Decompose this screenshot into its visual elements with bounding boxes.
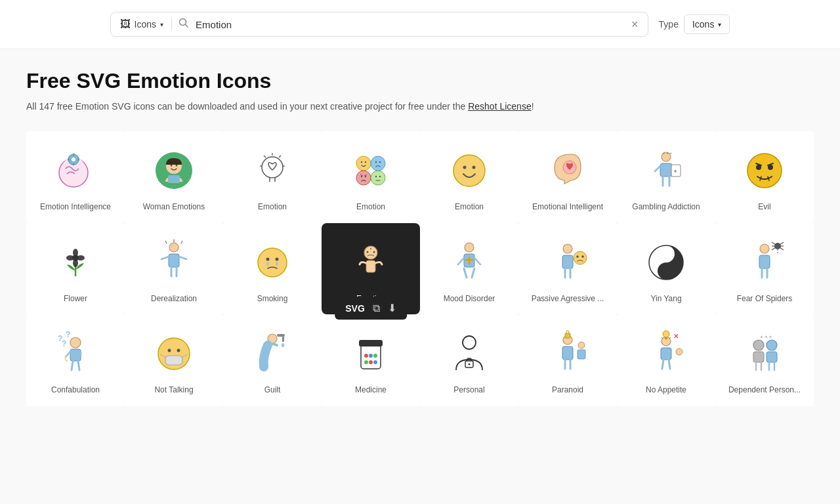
icon-paranoid bbox=[544, 330, 591, 377]
svg-rect-6 bbox=[73, 154, 75, 156]
svg-point-25 bbox=[365, 161, 366, 163]
svg-rect-122 bbox=[165, 356, 182, 365]
copy-icon[interactable]: ⧉ bbox=[373, 303, 380, 314]
type-dropdown[interactable]: Icons ▾ bbox=[684, 14, 730, 34]
svg-text:+ + +: + + + bbox=[760, 334, 772, 340]
svg-rect-64 bbox=[169, 254, 179, 267]
svg-point-133 bbox=[364, 354, 368, 358]
icon-cell-woman-emotions[interactable]: Woman Emotions bbox=[125, 131, 223, 223]
svg-point-158 bbox=[676, 348, 682, 355]
type-icon: 🖼 bbox=[120, 18, 131, 30]
svg-point-76 bbox=[276, 262, 278, 266]
icon-cell-emotion-3[interactable]: Emotion bbox=[420, 131, 518, 223]
icon-cell-personal[interactable]: Personal bbox=[420, 314, 518, 406]
reshot-link[interactable]: Reshot License bbox=[468, 101, 532, 112]
icon-label-yin-yang: Yin Yang bbox=[650, 294, 681, 304]
icon-label-flower: Flower bbox=[64, 294, 87, 304]
icon-cell-gambling-addiction[interactable]: ♠ + + + Gambling Addiction bbox=[617, 131, 715, 223]
svg-text:?: ? bbox=[66, 330, 70, 339]
icons-grid-row2: Flower bbox=[26, 223, 814, 315]
svg-line-86 bbox=[464, 268, 467, 278]
icon-cell-emotion-intelligence[interactable]: Emotion Intelligence bbox=[26, 131, 125, 223]
icon-cell-fear-of-spiders[interactable]: Fear Of Spiders bbox=[715, 223, 814, 315]
svg-rect-9 bbox=[77, 159, 79, 161]
icon-label-woman-emotions: Woman Emotions bbox=[143, 202, 205, 213]
svg-line-87 bbox=[472, 268, 474, 278]
page-title: Free SVG Emotion Icons bbox=[26, 69, 814, 93]
svg-point-35 bbox=[375, 176, 377, 177]
svg-point-147 bbox=[578, 342, 585, 348]
svg-line-108 bbox=[780, 242, 784, 245]
download-icon[interactable]: ⬇ bbox=[388, 302, 396, 314]
icon-cell-emotion-1[interactable]: Emotion bbox=[223, 131, 322, 223]
icon-cell-guilt[interactable]: Guilt bbox=[223, 314, 322, 406]
type-label: Icons bbox=[135, 19, 156, 30]
icon-cell-confabulation[interactable]: ? ? ? Confabulation bbox=[26, 314, 125, 406]
svg-line-156 bbox=[662, 337, 663, 339]
svg-rect-7 bbox=[73, 163, 75, 165]
icon-cell-emotion-active[interactable]: Emotion SVG ⧉ ⬇ bbox=[322, 223, 420, 315]
search-input[interactable]: Emotion bbox=[196, 19, 625, 30]
svg-rect-154 bbox=[665, 337, 667, 339]
svg-line-89 bbox=[474, 258, 480, 264]
svg-point-80 bbox=[370, 248, 371, 249]
icon-cell-passive-agressive[interactable]: Passive Agressive ... bbox=[518, 223, 617, 315]
svg-line-157 bbox=[669, 337, 671, 339]
icon-fear-of-spiders bbox=[741, 239, 788, 286]
icon-label-dependent-person: Dependent Person... bbox=[728, 385, 801, 396]
icon-not-talking bbox=[150, 330, 198, 377]
svg-point-153 bbox=[663, 331, 669, 337]
icon-cell-flower[interactable]: Flower bbox=[26, 223, 125, 315]
icon-cell-emotional-intelligent[interactable]: Emotional Intelligent bbox=[518, 131, 617, 223]
page-subtitle: All 147 free Emotion SVG icons can be do… bbox=[26, 101, 814, 112]
chevron-down-icon: ▾ bbox=[160, 21, 163, 28]
icon-cell-not-talking[interactable]: Not Talking bbox=[125, 314, 223, 406]
icon-gambling-addiction: ♠ + + + bbox=[642, 147, 690, 194]
icon-cell-evil[interactable]: Evil bbox=[715, 131, 814, 223]
svg-rect-132 bbox=[359, 340, 383, 346]
svg-line-110 bbox=[780, 247, 784, 250]
svg-point-95 bbox=[576, 255, 579, 258]
svg-point-29 bbox=[356, 171, 371, 185]
icon-cell-paranoid[interactable]: Paranoid bbox=[518, 314, 617, 406]
svg-point-134 bbox=[369, 354, 373, 358]
svg-point-23 bbox=[356, 156, 371, 171]
icon-cell-smoking[interactable]: Smoking bbox=[223, 223, 322, 315]
svg-rect-43 bbox=[660, 163, 672, 177]
svg-line-71 bbox=[181, 241, 182, 243]
icon-cell-mood-disorder[interactable]: Mood Disorder bbox=[420, 223, 518, 315]
svg-line-114 bbox=[66, 352, 70, 357]
svg-point-72 bbox=[258, 248, 287, 277]
icon-label-no-appetite: No Appetite bbox=[646, 385, 686, 396]
type-section: Type Icons ▾ bbox=[659, 14, 730, 34]
svg-rect-8 bbox=[68, 159, 70, 161]
svg-rect-148 bbox=[578, 350, 585, 359]
icon-label-emotion-intelligence: Emotion Intelligence bbox=[40, 202, 111, 213]
svg-point-137 bbox=[369, 360, 373, 364]
svg-point-126 bbox=[177, 349, 180, 352]
icon-label-emotion-2: Emotion bbox=[356, 202, 385, 213]
icon-label-emotion-1: Emotion bbox=[258, 202, 287, 213]
svg-line-65 bbox=[161, 257, 169, 259]
svg-point-79 bbox=[373, 251, 375, 253]
icon-emotion-intelligence bbox=[52, 147, 99, 194]
svg-point-5 bbox=[71, 157, 76, 162]
icon-cell-medicine[interactable]: Medicine bbox=[322, 314, 420, 406]
icon-cell-no-appetite[interactable]: ✕ No Appetite bbox=[617, 314, 715, 406]
type-select-button[interactable]: 🖼 Icons ▾ bbox=[120, 18, 172, 30]
svg-rect-101 bbox=[759, 255, 770, 268]
icon-cell-dependent-person[interactable]: + + + Dependent Person... bbox=[715, 314, 814, 406]
svg-point-82 bbox=[465, 243, 474, 252]
svg-point-135 bbox=[373, 354, 377, 358]
svg-rect-91 bbox=[562, 255, 573, 268]
svg-point-90 bbox=[563, 244, 572, 253]
svg-rect-113 bbox=[70, 349, 81, 361]
svg-point-27 bbox=[375, 161, 377, 163]
svg-line-119 bbox=[72, 361, 73, 370]
icon-cell-emotion-2[interactable]: Emotion bbox=[322, 131, 420, 223]
svg-point-60 bbox=[73, 259, 78, 267]
icon-cell-yin-yang[interactable]: Yin Yang bbox=[617, 223, 715, 315]
clear-button[interactable]: × bbox=[631, 18, 639, 30]
svg-rect-145 bbox=[562, 346, 573, 360]
icon-cell-derealization[interactable]: Derealization bbox=[125, 223, 223, 315]
